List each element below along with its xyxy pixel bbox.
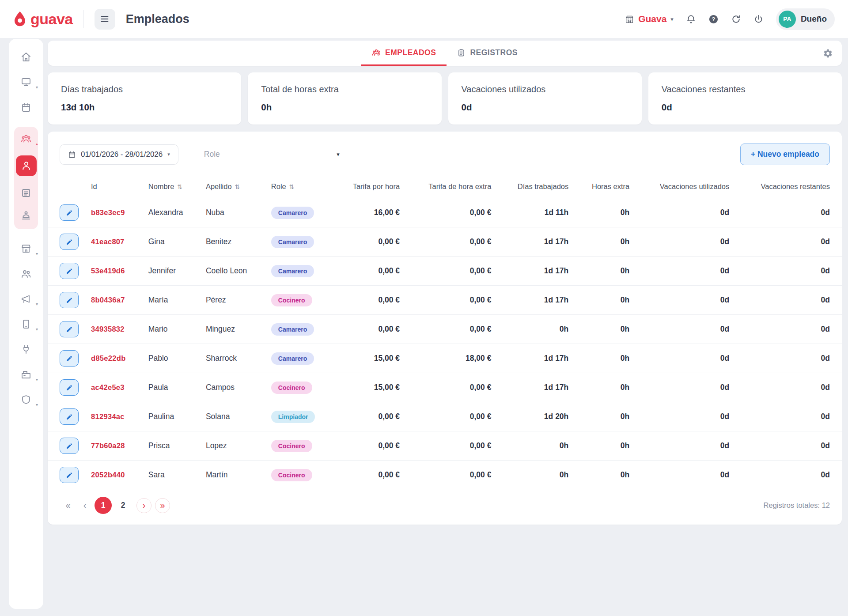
table-body: b83e3ec9 Alexandra Nuba Camarero 16,00 €… — [48, 198, 842, 490]
employee-id-link[interactable]: b83e3ec9 — [91, 208, 125, 216]
hourly-rate: 15,00 € — [333, 344, 406, 373]
sidebar-group-employees: ▴ — [14, 127, 38, 229]
sort-icon[interactable]: ⇅ — [235, 183, 240, 190]
days-worked: 1d 17h — [497, 373, 575, 402]
overtime-hours: 0h — [575, 198, 636, 227]
employee-id-link[interactable]: 41eac807 — [91, 238, 125, 246]
pencil-icon — [66, 326, 73, 333]
role-badge: Cocinero — [271, 382, 312, 394]
app-logo[interactable]: guava — [12, 11, 73, 28]
edit-row-button[interactable] — [60, 292, 79, 308]
employee-id-link[interactable]: 2052b440 — [91, 471, 125, 479]
hamburger-menu-button[interactable] — [95, 9, 115, 30]
employee-first-name: Jennifer — [142, 257, 200, 286]
hourly-rate: 0,00 € — [333, 431, 406, 461]
sidebar-item-register[interactable]: ▾ — [17, 369, 35, 380]
tab-empleados[interactable]: EMPLEADOS — [361, 41, 447, 66]
vacation-remaining: 0d — [735, 198, 842, 227]
column-header-nombre[interactable]: Nombre⇅ — [142, 177, 200, 198]
vacation-remaining: 0d — [735, 461, 842, 490]
sidebar-item-employees-active[interactable] — [16, 155, 37, 176]
employee-id-link[interactable]: 34935832 — [91, 325, 125, 333]
chevron-up-icon: ▴ — [36, 141, 38, 146]
sidebar-item-schedules[interactable] — [17, 187, 35, 199]
avatar: PA — [779, 11, 796, 28]
edit-row-button[interactable] — [60, 467, 79, 483]
vacation-used: 0d — [636, 257, 735, 286]
sort-icon[interactable]: ⇅ — [177, 183, 182, 190]
overtime-rate: 0,00 € — [406, 198, 497, 227]
employee-id-link[interactable]: 53e419d6 — [91, 267, 125, 275]
help-icon: ? — [708, 14, 719, 24]
prev-page-button[interactable]: ‹ — [76, 497, 93, 514]
tab-registros[interactable]: REGISTROS — [447, 41, 528, 66]
sidebar-item-security[interactable]: ▾ — [17, 394, 35, 405]
divider — [83, 10, 84, 28]
role-filter-placeholder: Role — [204, 150, 220, 159]
sidebar-item-team[interactable]: ▴ — [17, 133, 35, 144]
sidebar-item-calendar[interactable] — [17, 102, 35, 113]
stat-value: 0d — [662, 102, 829, 113]
employee-id-link[interactable]: 8b0436a7 — [91, 296, 125, 304]
first-page-button[interactable]: « — [60, 497, 76, 514]
store-selector[interactable]: Guava ▾ — [625, 14, 674, 24]
overtime-rate: 0,00 € — [406, 373, 497, 402]
sidebar-item-marketing[interactable]: ▾ — [17, 293, 35, 305]
sidebar-item-pos[interactable]: ▾ — [17, 76, 35, 88]
chevron-down-icon: ▾ — [337, 151, 340, 158]
edit-row-button[interactable] — [60, 204, 79, 221]
column-header-role[interactable]: Role⇅ — [265, 177, 334, 198]
sidebar-item-customers[interactable] — [17, 268, 35, 280]
role-badge: Camarero — [271, 236, 314, 248]
role-badge: Cocinero — [271, 440, 312, 452]
home-icon — [21, 52, 31, 62]
next-page-button[interactable]: › — [136, 498, 151, 513]
pencil-icon — [66, 413, 73, 420]
column-header-apellido[interactable]: Apellido⇅ — [200, 177, 265, 198]
edit-row-button[interactable] — [60, 263, 79, 279]
store-name: Guava — [638, 14, 666, 24]
edit-row-button[interactable] — [60, 379, 79, 396]
edit-row-button[interactable] — [60, 408, 79, 425]
employee-first-name: Pablo — [142, 344, 200, 373]
column-header-tarifa-por-hora: Tarifa por hora — [333, 177, 406, 198]
sidebar-item-home[interactable] — [17, 51, 35, 63]
role-filter[interactable]: Role ▾ — [202, 145, 341, 163]
last-page-button[interactable]: » — [155, 498, 170, 513]
refresh-icon — [731, 14, 741, 24]
logout-button[interactable] — [753, 14, 764, 24]
vacation-remaining: 0d — [735, 257, 842, 286]
page-button-1[interactable]: 1 — [95, 497, 112, 514]
role-badge: Camarero — [271, 207, 314, 219]
role-badge: Camarero — [271, 352, 314, 365]
new-employee-button[interactable]: + Nuevo empleado — [740, 144, 830, 165]
edit-row-button[interactable] — [60, 350, 79, 367]
page-button-2[interactable]: 2 — [114, 497, 132, 514]
employee-id-link[interactable]: ac42e5e3 — [91, 383, 125, 391]
vacation-used: 0d — [636, 315, 735, 344]
person-icon — [21, 160, 32, 171]
edit-row-button[interactable] — [60, 321, 79, 337]
sidebar-item-store[interactable]: ▾ — [17, 243, 35, 254]
edit-row-button[interactable] — [60, 438, 79, 454]
employee-last-name: Lopez — [200, 431, 265, 461]
date-range-filter[interactable]: 01/01/2026 - 28/01/2026 ▾ — [60, 144, 178, 165]
sidebar-item-staff[interactable] — [17, 210, 35, 221]
settings-button[interactable] — [823, 48, 833, 58]
stat-card-vacaciones-utilizados: Vacaciones utilizados 0d — [448, 72, 642, 125]
overtime-rate: 18,00 € — [406, 344, 497, 373]
refresh-button[interactable] — [731, 14, 741, 24]
sort-icon[interactable]: ⇅ — [289, 183, 295, 190]
column-header-días-trabajados: Días trabajados — [497, 177, 575, 198]
edit-row-button[interactable] — [60, 234, 79, 250]
sidebar-item-devices[interactable]: ▾ — [17, 318, 35, 330]
employee-id-link[interactable]: 812934ac — [91, 412, 125, 420]
help-button[interactable]: ? — [708, 14, 719, 24]
employee-id-link[interactable]: d85e22db — [91, 354, 126, 362]
megaphone-icon — [21, 294, 31, 304]
user-menu[interactable]: PA Dueño — [776, 8, 835, 30]
sidebar-item-integrations[interactable] — [17, 344, 35, 355]
employee-id-link[interactable]: 77b60a28 — [91, 442, 125, 450]
pencil-icon — [66, 268, 73, 275]
notifications-button[interactable] — [686, 14, 696, 24]
